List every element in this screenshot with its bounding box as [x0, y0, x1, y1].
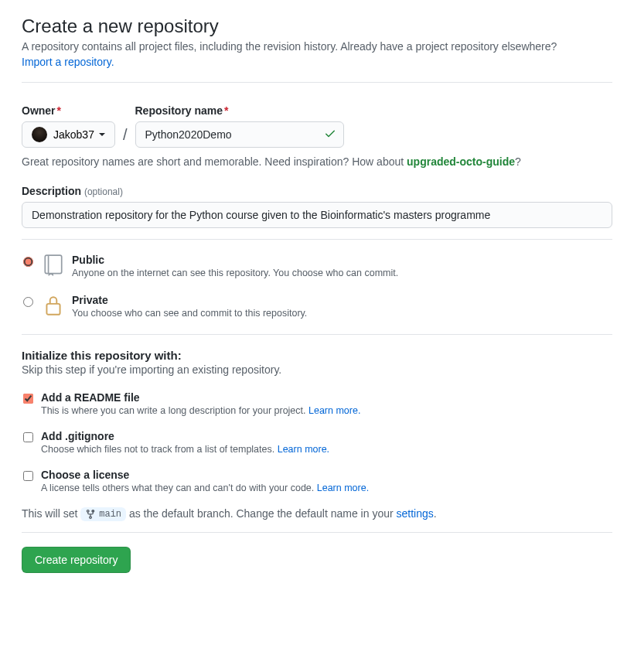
gitignore-title: Add .gitignore	[41, 430, 329, 442]
readme-title: Add a README file	[41, 391, 360, 404]
description-label: Description (optional)	[22, 185, 612, 197]
divider	[22, 82, 612, 83]
repo-name-hint: Great repository names are short and mem…	[22, 155, 612, 168]
settings-link[interactable]: settings	[397, 507, 434, 520]
visibility-private-title: Private	[72, 294, 307, 306]
visibility-private-desc: You choose who can see and commit to thi…	[72, 308, 307, 319]
visibility-public-title: Public	[72, 254, 398, 266]
check-icon	[324, 128, 336, 142]
license-learn-more-link[interactable]: Learn more.	[317, 483, 369, 493]
path-separator: /	[123, 109, 128, 144]
readme-learn-more-link[interactable]: Learn more.	[308, 405, 360, 416]
license-title: Choose a license	[41, 469, 369, 481]
repo-name-input[interactable]	[135, 121, 344, 148]
create-repository-button[interactable]: Create repository	[22, 547, 131, 573]
repo-name-label: Repository name*	[135, 104, 344, 117]
required-asterisk: *	[57, 104, 61, 117]
initialize-title: Initialize this repository with:	[22, 349, 612, 362]
gitignore-learn-more-link[interactable]: Learn more.	[278, 444, 329, 455]
readme-checkbox[interactable]	[23, 394, 33, 404]
gitignore-desc: Choose which files not to track from a l…	[41, 444, 329, 455]
lock-icon	[43, 294, 64, 317]
owner-label: Owner*	[22, 104, 115, 117]
chevron-down-icon	[99, 133, 105, 136]
svg-rect-0	[45, 255, 61, 274]
name-suggestion-link[interactable]: upgraded-octo-guide	[407, 155, 515, 168]
divider	[22, 334, 612, 335]
repo-icon	[43, 254, 64, 277]
owner-dropdown[interactable]: Jakob37	[22, 121, 115, 148]
avatar	[32, 127, 47, 142]
owner-name: Jakob37	[53, 128, 94, 141]
initialize-subtitle: Skip this step if you're importing an ex…	[22, 363, 612, 376]
license-checkbox[interactable]	[23, 471, 33, 481]
optional-text: (optional)	[84, 186, 123, 197]
required-asterisk: *	[224, 104, 228, 117]
svg-rect-1	[46, 304, 60, 315]
license-desc: A license tells others what they can and…	[41, 483, 369, 493]
branch-badge: main	[80, 507, 126, 521]
default-branch-text: This will set main as the default branch…	[22, 507, 612, 521]
divider	[22, 239, 612, 240]
visibility-public-desc: Anyone on the internet can see this repo…	[72, 268, 398, 278]
page-subtitle: A repository contains all project files,…	[22, 40, 612, 53]
description-input[interactable]	[22, 202, 612, 228]
gitignore-checkbox[interactable]	[23, 432, 33, 442]
visibility-public-radio[interactable]	[23, 257, 33, 267]
visibility-private-radio[interactable]	[23, 297, 33, 307]
page-title: Create a new repository	[22, 15, 612, 37]
readme-desc: This is where you can write a long descr…	[41, 405, 360, 416]
import-repo-link[interactable]: Import a repository.	[22, 56, 114, 68]
divider	[22, 532, 612, 533]
